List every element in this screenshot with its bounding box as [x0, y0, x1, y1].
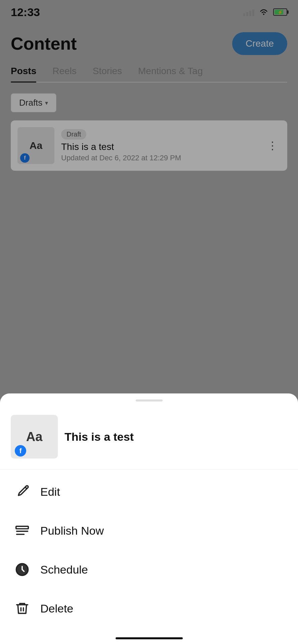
- sheet-thumbnail: Aa f: [11, 415, 58, 459]
- menu-item-edit[interactable]: Edit: [0, 472, 298, 511]
- home-bar: [116, 637, 183, 639]
- sheet-preview: Aa f This is a test: [0, 410, 298, 470]
- menu-item-publish[interactable]: Publish Now: [0, 511, 298, 550]
- pencil-icon: [13, 483, 31, 500]
- trash-icon: [13, 600, 31, 617]
- delete-label: Delete: [40, 602, 73, 615]
- svg-rect-1: [16, 526, 29, 529]
- svg-rect-3: [16, 534, 25, 535]
- clock-icon: [13, 561, 31, 578]
- menu-item-delete[interactable]: Delete: [0, 589, 298, 628]
- svg-rect-2: [16, 531, 29, 532]
- sheet-thumbnail-text: Aa: [26, 430, 43, 444]
- menu-item-schedule[interactable]: Schedule: [0, 550, 298, 589]
- bottom-sheet: Aa f This is a test Edit Publish Now: [0, 393, 298, 644]
- sheet-handle: [136, 399, 163, 401]
- sheet-post-title: This is a test: [65, 430, 134, 443]
- sheet-facebook-icon: f: [15, 445, 26, 457]
- publish-label: Publish Now: [40, 524, 104, 537]
- edit-label: Edit: [40, 485, 60, 498]
- publish-icon: [13, 522, 31, 539]
- schedule-label: Schedule: [40, 563, 88, 576]
